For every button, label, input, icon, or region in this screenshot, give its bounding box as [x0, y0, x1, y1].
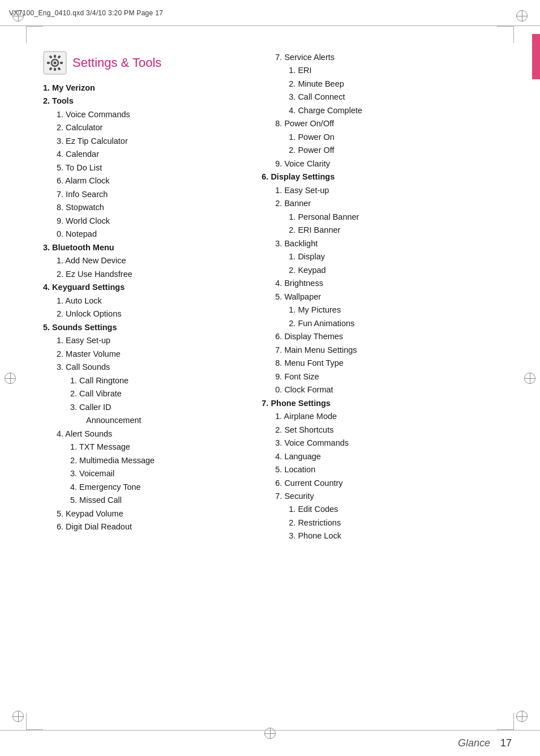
list-item: 2. Set Shortcuts — [262, 424, 512, 437]
list-item: 9. Voice Clarity — [262, 157, 512, 170]
corner-tl-v — [26, 26, 27, 43]
list-item: 7. Info Search — [43, 188, 256, 201]
list-item: 5. Location — [262, 463, 512, 476]
list-item: 2. Minute Beep — [262, 78, 512, 91]
list-item: 4. Calendar — [43, 148, 256, 161]
list-item: 1. Power On — [262, 131, 512, 144]
list-item: 5. To Do List — [43, 161, 256, 174]
list-item: 2. Multimedia Message — [43, 454, 256, 467]
list-item: 9. World Clock — [43, 215, 256, 228]
list-item: 6. Display Settings — [262, 170, 512, 183]
list-item: 1. Airplane Mode — [262, 410, 512, 423]
list-item: 1. Add New Device — [43, 254, 256, 267]
page-title: Settings & Tools — [72, 55, 161, 70]
list-item: 2. Restrictions — [262, 516, 512, 529]
list-item: 3. Phone Lock — [262, 529, 512, 543]
list-item: 1. Display — [262, 250, 512, 263]
svg-point-2 — [54, 62, 57, 65]
corner-bl-v — [26, 713, 27, 730]
reg-mark-ml — [5, 373, 16, 384]
list-item: 7. Service Alerts — [262, 51, 512, 64]
list-item: 7. Security — [262, 490, 512, 503]
right-column: 7. Service Alerts1. ERI2. Minute Beep3. … — [262, 45, 512, 711]
left-column: Settings & Tools 1. My Verizon2. Tools1.… — [43, 45, 256, 711]
list-item: 3. Call Connect — [262, 91, 512, 104]
list-item: 1. Voice Commands — [43, 108, 256, 121]
list-item: 5. Sounds Settings — [43, 321, 256, 334]
list-item: 8. Power On/Off — [262, 117, 512, 130]
right-menu-list: 7. Service Alerts1. ERI2. Minute Beep3. … — [262, 51, 512, 543]
list-item: 1. Personal Banner — [262, 211, 512, 224]
list-item: 6. Display Themes — [262, 330, 512, 343]
list-item: 9. Font Size — [262, 370, 512, 383]
list-item: 7. Main Menu Settings — [262, 344, 512, 357]
list-item: 6. Alarm Clock — [43, 174, 256, 187]
svg-rect-5 — [60, 62, 63, 64]
list-item: 2. ERI Banner — [262, 224, 512, 237]
list-item: 5. Missed Call — [43, 494, 256, 507]
corner-tl-h — [26, 26, 43, 27]
reg-mark-br — [516, 711, 528, 722]
list-item: 8. Menu Font Type — [262, 357, 512, 370]
header-text: VX7100_Eng_0410.qxd 3/4/10 3:20 PM Page … — [9, 9, 163, 17]
page-number: 17 — [500, 737, 512, 749]
list-item: 1. Edit Codes — [262, 503, 512, 516]
list-item: 1. Easy Set-up — [43, 334, 256, 347]
list-item: 3. Backlight — [262, 237, 512, 250]
reg-mark-bl — [12, 711, 24, 722]
list-item: 4. Charge Complete — [262, 104, 512, 117]
list-item: Announcement — [43, 414, 256, 427]
title-area: Settings & Tools — [43, 51, 256, 75]
list-item: 1. Auto Lock — [43, 294, 256, 307]
list-item: 3. Call Sounds — [43, 361, 256, 374]
list-item: 4. Language — [262, 450, 512, 463]
main-content: Settings & Tools 1. My Verizon2. Tools1.… — [43, 45, 512, 711]
list-item: 7. Phone Settings — [262, 397, 512, 410]
list-item: 3. Voicemail — [43, 467, 256, 480]
list-item: 5. Wallpaper — [262, 291, 512, 304]
list-item: 2. Ez Use Handsfree — [43, 268, 256, 281]
reg-mark-mr — [524, 373, 535, 384]
list-item: 1. ERI — [262, 64, 512, 77]
corner-br-v — [513, 713, 514, 730]
gear-icon — [43, 51, 67, 75]
list-item: 4. Keyguard Settings — [43, 281, 256, 294]
list-item: 3. Caller ID — [43, 401, 256, 414]
list-item: 3. Bluetooth Menu — [43, 241, 256, 254]
list-item: 6. Current Country — [262, 477, 512, 490]
corner-tr-h — [497, 26, 514, 27]
list-item: 1. Call Ringtone — [43, 374, 256, 387]
list-item: 2. Banner — [262, 197, 512, 210]
list-item: 4. Brightness — [262, 277, 512, 290]
list-item: 6. Digit Dial Readout — [43, 520, 256, 533]
bottom-bar: Glance 17 — [0, 730, 540, 756]
list-item: 8. Stopwatch — [43, 201, 256, 214]
list-item: 1. My Pictures — [262, 304, 512, 317]
list-item: 0. Clock Format — [262, 383, 512, 396]
list-item: 2. Unlock Options — [43, 307, 256, 321]
list-item: 0. Notepad — [43, 228, 256, 241]
list-item: 1. Easy Set-up — [262, 184, 512, 197]
list-item: 2. Keypad — [262, 264, 512, 277]
corner-tr-v — [513, 26, 514, 43]
list-item: 2. Calculator — [43, 121, 256, 134]
list-item: 1. My Verizon — [43, 82, 256, 95]
list-item: 2. Fun Animations — [262, 317, 512, 330]
list-item: 4. Alert Sounds — [43, 428, 256, 441]
list-item: 2. Call Vibrate — [43, 387, 256, 400]
list-item: 2. Tools — [43, 95, 256, 108]
svg-rect-6 — [47, 62, 50, 64]
list-item: 3. Voice Commands — [262, 437, 512, 450]
list-item: 3. Ez Tip Calculator — [43, 135, 256, 148]
list-item: 5. Keypad Volume — [43, 507, 256, 520]
list-item: 4. Emergency Tone — [43, 481, 256, 494]
svg-rect-4 — [54, 68, 56, 71]
list-item: 2. Power Off — [262, 144, 512, 157]
list-item: 1. TXT Message — [43, 441, 256, 454]
header-bar: VX7100_Eng_0410.qxd 3/4/10 3:20 PM Page … — [0, 0, 540, 26]
glance-label: Glance — [458, 737, 490, 749]
left-menu-list: 1. My Verizon2. Tools1. Voice Commands2.… — [43, 82, 256, 533]
pink-tab — [532, 34, 540, 79]
list-item: 2. Master Volume — [43, 348, 256, 361]
svg-rect-3 — [54, 55, 56, 58]
